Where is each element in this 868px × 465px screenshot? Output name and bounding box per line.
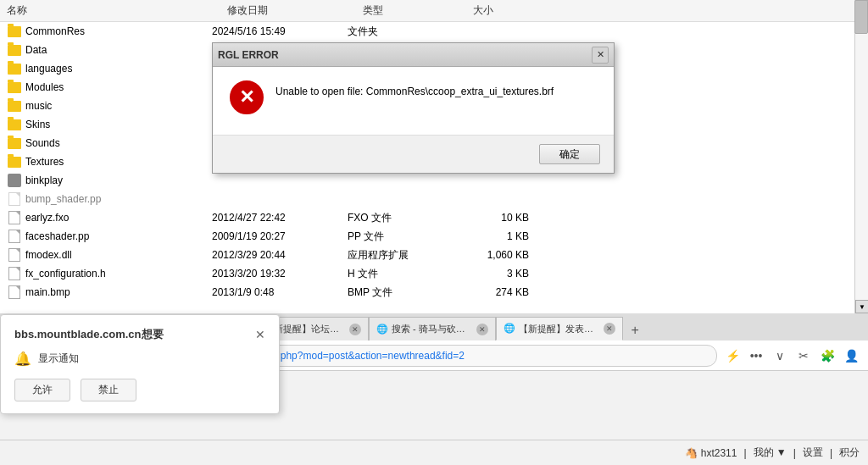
- list-item[interactable]: binkplay: [0, 171, 868, 190]
- file-size: 274 KB: [458, 286, 542, 298]
- file-name: faceshader.pp: [25, 230, 212, 242]
- notification-close-button[interactable]: ✕: [255, 328, 265, 341]
- notification-header: bbs.mountblade.com.cn想要 ✕: [14, 327, 265, 342]
- error-icon: ✕: [230, 80, 264, 114]
- scroll-thumb[interactable]: [854, 0, 868, 34]
- bottom-divider3: |: [830, 447, 832, 459]
- list-item[interactable]: bump_shader.pp: [0, 190, 868, 208]
- dialog-titlebar: RGL ERROR ✕: [213, 43, 614, 67]
- scissors-icon[interactable]: ✂: [793, 346, 814, 366]
- notification-body: 🔔 显示通知: [14, 351, 265, 367]
- tab-label-4: 搜索 - 骑马与砍杀中文站论...: [392, 323, 473, 335]
- folder-icon: [7, 117, 22, 132]
- user-info: 🐴 hxt2311: [685, 447, 737, 459]
- list-item[interactable]: earlyz.fxo 2012/4/27 22:42 FXO 文件 10 KB: [0, 208, 868, 227]
- file-name: Textures: [25, 156, 212, 168]
- username: hxt2311: [701, 447, 737, 459]
- person-icon[interactable]: 👤: [841, 346, 861, 366]
- scroll-down[interactable]: ▼: [855, 300, 868, 313]
- lightning-icon[interactable]: ⚡: [722, 346, 743, 366]
- tab-close-4[interactable]: ✕: [476, 324, 488, 335]
- tab-close-5[interactable]: ✕: [604, 323, 615, 335]
- file-icon: [7, 229, 22, 244]
- folder-icon: [7, 80, 22, 95]
- browser-tab-4[interactable]: 🌐 搜索 - 骑马与砍杀中文站论... ✕: [369, 317, 496, 340]
- list-item[interactable]: main.bmp 2013/1/9 0:48 BMP 文件 274 KB: [0, 283, 868, 302]
- dialog-footer: 确定: [213, 135, 614, 173]
- file-date: 2012/3/29 20:44: [212, 249, 348, 261]
- deny-button[interactable]: 禁止: [81, 379, 136, 401]
- tab-close-3[interactable]: ✕: [349, 324, 361, 335]
- file-date: 2013/3/20 19:32: [212, 268, 348, 280]
- col-header-name[interactable]: 名称: [0, 2, 220, 19]
- col-header-type[interactable]: 类型: [356, 2, 466, 19]
- file-name: languages: [25, 63, 212, 75]
- tab-favicon-5: 🌐: [504, 323, 515, 335]
- file-date: 2012/4/27 22:42: [212, 212, 348, 224]
- chevron-down-icon[interactable]: ∨: [770, 346, 790, 366]
- dialog-body: ✕ Unable to open file: CommonRes\ccoop_e…: [213, 67, 614, 135]
- file-type: 文件夹: [348, 25, 458, 39]
- browser-tab-5[interactable]: 🌐 【新提醒】发表帖子 - 单机... ✕: [496, 317, 623, 340]
- col-header-date[interactable]: 修改日期: [220, 2, 356, 19]
- new-tab-button[interactable]: +: [623, 320, 647, 340]
- file-name: fmodex.dll: [25, 249, 212, 261]
- notification-title: bbs.mountblade.com.cn想要: [14, 327, 164, 342]
- file-size: 3 KB: [458, 268, 542, 280]
- file-name: fx_configuration.h: [25, 268, 212, 280]
- more-icon[interactable]: •••: [746, 346, 766, 366]
- folder-icon: [7, 42, 22, 58]
- bottom-divider2: |: [793, 447, 796, 459]
- dialog-message: Unable to open file: CommonRes\ccoop_ext…: [275, 80, 554, 100]
- explorer-column-headers: 名称 修改日期 类型 大小: [0, 0, 868, 22]
- dialog-title: RGL ERROR: [218, 49, 279, 61]
- file-type: BMP 文件: [348, 285, 458, 300]
- file-icon: [7, 266, 22, 281]
- file-name: music: [25, 100, 212, 112]
- file-size: 1 KB: [458, 230, 542, 242]
- file-name: Skins: [25, 119, 212, 130]
- file-type: PP 文件: [348, 230, 458, 244]
- folder-icon: [7, 24, 22, 39]
- list-item[interactable]: faceshader.pp 2009/1/19 20:27 PP 文件 1 KB: [0, 227, 868, 246]
- tab-favicon-4: 🌐: [376, 324, 388, 335]
- file-name: earlyz.fxo: [25, 212, 212, 224]
- folder-icon: [7, 154, 22, 169]
- notification-popup: bbs.mountblade.com.cn想要 ✕ 🔔 显示通知 允许 禁止: [0, 314, 280, 414]
- tab-label-5: 【新提醒】发表帖子 - 单机...: [519, 323, 600, 335]
- scrollbar[interactable]: ▲ ▼: [854, 0, 868, 313]
- notification-message: 显示通知: [38, 352, 79, 366]
- list-item[interactable]: fx_configuration.h 2013/3/20 19:32 H 文件 …: [0, 264, 868, 283]
- notification-buttons: 允许 禁止: [14, 379, 265, 401]
- file-name: bump_shader.pp: [25, 193, 212, 205]
- file-date: 2009/1/19 20:27: [212, 230, 348, 242]
- file-name: CommonRes: [25, 25, 212, 37]
- col-header-size[interactable]: 大小: [466, 2, 551, 19]
- file-icon: [7, 285, 22, 300]
- folder-icon: [7, 98, 22, 113]
- file-size: 1,060 KB: [458, 249, 542, 261]
- file-type: H 文件: [348, 267, 458, 281]
- settings-link[interactable]: 设置: [803, 446, 823, 460]
- browser-action-icons: ⚡ ••• ∨ ✂ 🧩 👤: [722, 346, 861, 366]
- file-icon: [7, 210, 22, 225]
- dialog-close-button[interactable]: ✕: [592, 47, 609, 64]
- puzzle-icon[interactable]: 🧩: [817, 346, 837, 366]
- file-size: 10 KB: [458, 212, 542, 224]
- list-item[interactable]: CommonRes 2024/5/16 15:49 文件夹: [0, 22, 868, 41]
- allow-button[interactable]: 允许: [14, 379, 70, 401]
- file-name: Sounds: [25, 137, 212, 149]
- dialog-title-area: RGL ERROR: [218, 49, 279, 61]
- file-icon: [7, 191, 22, 207]
- file-date: 2024/5/16 15:49: [212, 25, 348, 37]
- dialog-ok-button[interactable]: 确定: [539, 144, 600, 164]
- file-type: 应用程序扩展: [348, 248, 458, 263]
- file-icon: [7, 247, 22, 263]
- score-label: 积分: [839, 446, 860, 460]
- my-menu[interactable]: 我的 ▼: [754, 446, 787, 460]
- file-name: Modules: [25, 81, 212, 93]
- file-type: FXO 文件: [348, 211, 458, 225]
- browser-bottom-bar: 🐴 hxt2311 | 我的 ▼ | 设置 | 积分: [0, 440, 868, 465]
- file-date: 2013/1/9 0:48: [212, 286, 348, 298]
- list-item[interactable]: fmodex.dll 2012/3/29 20:44 应用程序扩展 1,060 …: [0, 246, 868, 264]
